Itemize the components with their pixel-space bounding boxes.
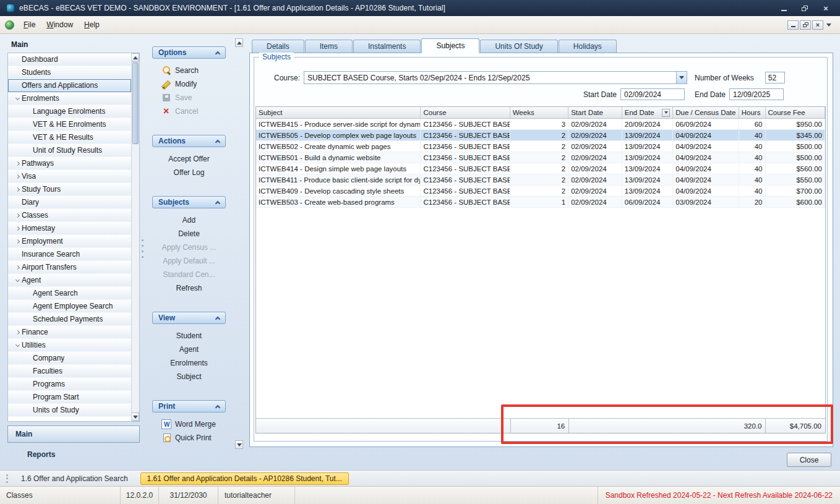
tree-item-language-enrolments[interactable]: Language Enrolments: [8, 105, 131, 118]
close-button[interactable]: Close: [787, 453, 831, 467]
grid-row-ictweb505[interactable]: ICTWEB505 - Develop complex web page lay…: [256, 130, 825, 141]
tree-item-company[interactable]: Company: [8, 352, 131, 365]
scroll-up-icon[interactable]: [132, 53, 139, 62]
grid-row-ictweb414[interactable]: ICTWEB414 - Design simple web page layou…: [256, 163, 825, 174]
column-header-due-census-date[interactable]: Due / Census Date: [673, 107, 739, 118]
grid-row-ictweb502[interactable]: ICTWEB502 - Create dynamic web pagesC123…: [256, 141, 825, 152]
tree-item-airport-transfers[interactable]: Airport Transfers: [8, 261, 131, 274]
task-item-refresh[interactable]: Refresh: [152, 281, 226, 295]
tree-item-enrolments[interactable]: Enrolments: [8, 92, 131, 105]
task-item-accept-offer[interactable]: Accept Offer: [152, 152, 226, 166]
tree-item-employment[interactable]: Employment: [8, 235, 131, 248]
tree-item-homestay[interactable]: Homestay: [8, 222, 131, 235]
tree-item-dashboard[interactable]: Dashboard: [8, 53, 131, 66]
tree-item-label: Language Enrolments: [33, 107, 105, 116]
tab-subjects[interactable]: Subjects: [421, 38, 479, 53]
tree-scrollbar[interactable]: [131, 53, 139, 421]
tree-item-faculties[interactable]: Faculties: [8, 365, 131, 378]
panel-scroll-down-icon[interactable]: [235, 440, 243, 449]
tree-item-vet-he-enrolments[interactable]: VET & HE Enrolments: [8, 118, 131, 131]
task-item-quick-print[interactable]: Quick Print: [152, 431, 226, 445]
column-header-hours[interactable]: Hours: [739, 107, 766, 118]
column-header-start-date[interactable]: Start Date: [568, 107, 622, 118]
cell-weeks: 2: [510, 130, 569, 140]
column-header-end-date[interactable]: End Date: [622, 107, 674, 118]
start-date-field[interactable]: 02/09/2024: [620, 88, 685, 100]
tree-item-study-tours[interactable]: Study Tours: [8, 183, 131, 196]
menu-item-window[interactable]: Window: [41, 17, 79, 32]
task-group-header-options[interactable]: Options: [152, 46, 226, 59]
tree-item-vet-he-results[interactable]: VET & HE Results: [8, 131, 131, 144]
tree-item-program-start[interactable]: Program Start: [8, 391, 131, 404]
doc-tab-1-6-offer-and-application-search[interactable]: 1.6 Offer and Application Search: [15, 472, 134, 485]
tab-units-of-study[interactable]: Units Of Study: [480, 40, 557, 53]
task-item-word-merge[interactable]: Word Merge: [152, 417, 226, 431]
task-group-header-subjects[interactable]: Subjects: [152, 196, 226, 208]
tab-details[interactable]: Details: [252, 40, 304, 53]
course-combo[interactable]: SUBJECT BASED Course, Starts 02/Sep/2024…: [304, 71, 687, 84]
tree-item-units-of-study[interactable]: Units of Study: [8, 404, 131, 417]
tree-item-offers-and-applications[interactable]: Offers and Applications: [8, 79, 131, 92]
tree-item-programs[interactable]: Programs: [8, 378, 131, 391]
tab-holidays[interactable]: Holidays: [559, 40, 617, 53]
tree-item-utilities[interactable]: Utilities: [8, 339, 131, 352]
tree-item-agent-search[interactable]: Agent Search: [8, 287, 131, 300]
task-item-offer-log[interactable]: Offer Log: [152, 166, 226, 179]
tab-items[interactable]: Items: [305, 40, 353, 53]
column-header-weeks[interactable]: Weeks: [510, 107, 569, 118]
grid-row-ictweb415[interactable]: ICTWEB415 - Produce server-side script f…: [256, 119, 825, 130]
end-date-field[interactable]: 12/09/2025: [729, 88, 784, 100]
mdi-close-icon[interactable]: ×: [812, 20, 823, 30]
tree-item-students[interactable]: Students: [8, 66, 131, 79]
cell-start-date: 02/09/2024: [568, 197, 622, 207]
task-group-header-print[interactable]: Print: [152, 400, 226, 412]
mdi-minimize-icon[interactable]: [787, 20, 799, 30]
task-item-modify[interactable]: Modify: [152, 77, 226, 91]
grid-row-ictweb411[interactable]: ICTWEB411 - Produce basic client-side sc…: [256, 174, 825, 186]
course-dropdown-icon[interactable]: [676, 72, 687, 83]
grid-row-ictweb501[interactable]: ICTWEB501 - Build a dynamic websiteC1234…: [256, 152, 825, 163]
task-group-header-view[interactable]: View: [152, 312, 226, 324]
tree-item-unit-of-study-results[interactable]: Unit of Study Results: [8, 144, 131, 157]
column-header-course-fee[interactable]: Course Fee: [766, 107, 825, 118]
scrollbar-thumb[interactable]: [132, 62, 139, 144]
tree-item-classes[interactable]: Classes: [8, 209, 131, 222]
tree-item-finance[interactable]: Finance: [8, 326, 131, 339]
task-item-delete[interactable]: Delete: [152, 227, 226, 241]
tree-item-agent[interactable]: Agent: [8, 274, 131, 287]
panel-scroll-up-icon[interactable]: [235, 38, 243, 47]
task-item-search[interactable]: Search: [152, 64, 226, 77]
splitter-grip[interactable]: [141, 239, 144, 262]
task-item-enrolments[interactable]: Enrolments: [152, 356, 226, 370]
task-item-subject[interactable]: Subject: [152, 370, 226, 383]
tree-item-visa[interactable]: Visa: [8, 170, 131, 183]
close-window-icon[interactable]: ×: [820, 4, 831, 13]
doc-tabbar-grip[interactable]: [6, 474, 9, 483]
sidebar-section-main[interactable]: Main: [7, 425, 140, 443]
restore-window-icon[interactable]: [799, 4, 810, 13]
sidebar-section-reports[interactable]: Reports: [27, 450, 55, 459]
grid-row-ictweb503[interactable]: ICTWEB503 - Create web-based programsC12…: [256, 197, 825, 208]
minimize-window-icon[interactable]: [778, 4, 789, 13]
menu-item-file[interactable]: File: [18, 17, 41, 32]
task-group-header-actions[interactable]: Actions: [152, 135, 226, 147]
task-item-agent[interactable]: Agent: [152, 343, 226, 356]
column-header-subject[interactable]: Subject: [256, 107, 421, 118]
sort-dropdown-icon[interactable]: [662, 109, 670, 117]
doc-tab-1-61-offer-and-application-details-ap102[interactable]: 1.61 Offer and Application Details - AP1…: [140, 472, 349, 485]
tree-item-pathways[interactable]: Pathways: [8, 157, 131, 170]
tab-instalments[interactable]: Instalments: [353, 40, 421, 53]
tree-item-insurance-search[interactable]: Insurance Search: [8, 248, 131, 261]
column-header-course[interactable]: Course: [421, 107, 510, 118]
grid-row-ictweb409[interactable]: ICTWEB409 - Develop cascading style shee…: [256, 186, 825, 197]
menu-item-help[interactable]: Help: [79, 17, 105, 32]
tree-item-scheduled-payments[interactable]: Scheduled Payments: [8, 313, 131, 326]
scroll-down-icon[interactable]: [132, 412, 139, 421]
tree-item-diary[interactable]: Diary: [8, 196, 131, 209]
tree-item-agent-employee-search[interactable]: Agent Employee Search: [8, 300, 131, 313]
task-item-add[interactable]: Add: [152, 213, 226, 227]
mdi-dropdown-icon[interactable]: [826, 23, 831, 27]
number-of-weeks-field[interactable]: 52: [765, 72, 785, 83]
mdi-restore-icon[interactable]: [800, 20, 811, 30]
task-item-student[interactable]: Student: [152, 329, 226, 343]
